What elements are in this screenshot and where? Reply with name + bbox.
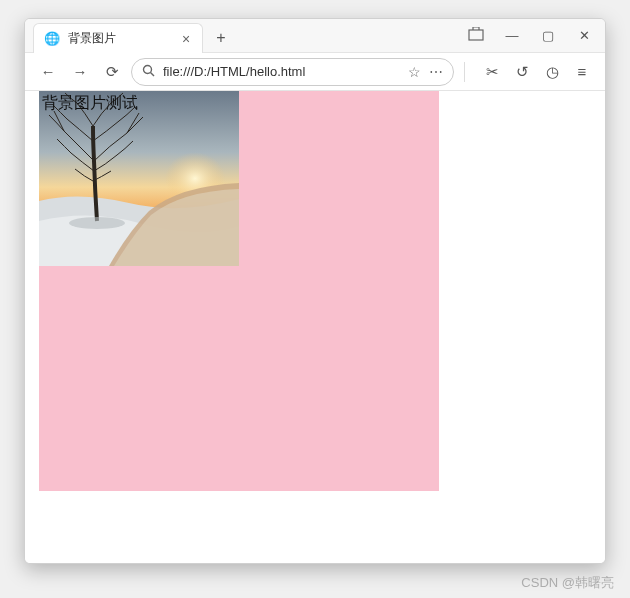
extension-icon[interactable] bbox=[465, 27, 487, 44]
scissors-icon[interactable]: ✂ bbox=[479, 59, 505, 85]
search-icon bbox=[142, 64, 155, 80]
background-image bbox=[39, 91, 239, 266]
browser-window: 🌐 背景图片 × + — ▢ ✕ ← → ⟳ ☆ ⋯ ✂ ↺ bbox=[24, 18, 606, 564]
address-bar[interactable]: ☆ ⋯ bbox=[131, 58, 454, 86]
watermark: CSDN @韩曙亮 bbox=[521, 574, 614, 592]
close-tab-icon[interactable]: × bbox=[178, 31, 194, 47]
svg-rect-0 bbox=[469, 30, 483, 40]
undo-icon[interactable]: ↺ bbox=[509, 59, 535, 85]
svg-point-5 bbox=[69, 217, 125, 229]
window-controls: — ▢ ✕ bbox=[465, 18, 605, 52]
tab-title: 背景图片 bbox=[68, 30, 170, 47]
back-button[interactable]: ← bbox=[35, 59, 61, 85]
toolbar: ← → ⟳ ☆ ⋯ ✂ ↺ ◷ ≡ bbox=[25, 53, 605, 91]
right-tools: ✂ ↺ ◷ ≡ bbox=[479, 59, 595, 85]
minimize-button[interactable]: — bbox=[501, 28, 523, 43]
close-window-button[interactable]: ✕ bbox=[573, 28, 595, 43]
menu-icon[interactable]: ≡ bbox=[569, 59, 595, 85]
svg-line-2 bbox=[151, 72, 155, 76]
page-heading: 背景图片测试 bbox=[42, 93, 138, 114]
bookmark-icon[interactable]: ☆ bbox=[408, 64, 421, 80]
browser-tab[interactable]: 🌐 背景图片 × bbox=[33, 23, 203, 53]
forward-button[interactable]: → bbox=[67, 59, 93, 85]
page-content: 背景图片测试 bbox=[25, 91, 605, 563]
titlebar: 🌐 背景图片 × + — ▢ ✕ bbox=[25, 19, 605, 53]
more-icon[interactable]: ⋯ bbox=[429, 64, 443, 80]
history-icon[interactable]: ◷ bbox=[539, 59, 565, 85]
globe-icon: 🌐 bbox=[44, 31, 60, 46]
background-test-box: 背景图片测试 bbox=[39, 91, 439, 491]
url-input[interactable] bbox=[163, 64, 400, 79]
maximize-button[interactable]: ▢ bbox=[537, 28, 559, 43]
separator bbox=[464, 62, 465, 82]
new-tab-button[interactable]: + bbox=[207, 24, 235, 52]
svg-point-1 bbox=[144, 65, 152, 73]
reload-button[interactable]: ⟳ bbox=[99, 59, 125, 85]
